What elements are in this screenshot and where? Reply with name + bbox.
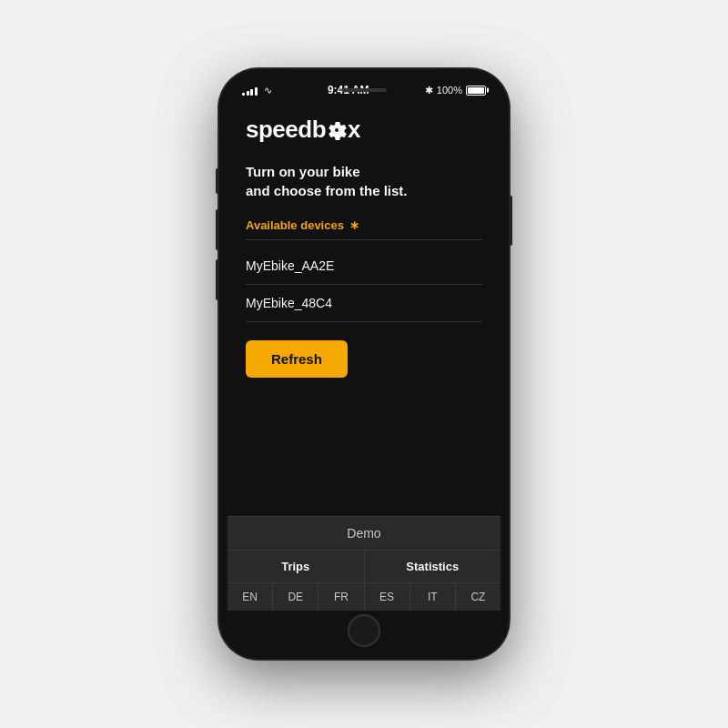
lang-cz[interactable]: CZ	[456, 583, 500, 611]
wifi-icon: ∿	[264, 85, 272, 96]
lang-es[interactable]: ES	[365, 583, 410, 611]
app-logo: speedb x	[246, 116, 482, 144]
speaker	[341, 88, 387, 92]
logo-text-part1: speedb	[246, 116, 326, 144]
device-item-2[interactable]: MyEbike_48C4	[246, 285, 482, 322]
home-button[interactable]	[348, 614, 380, 647]
lang-fr[interactable]: FR	[318, 583, 364, 611]
available-devices-label: Available devices ∗	[246, 218, 482, 240]
status-left: ∿	[242, 85, 272, 96]
status-right: ✱ 100%	[425, 85, 486, 96]
tagline: Turn on your bikeand choose from the lis…	[246, 162, 482, 200]
refresh-button[interactable]: Refresh	[246, 340, 348, 378]
home-button-area	[228, 611, 500, 651]
volume-up-button	[216, 209, 218, 250]
tab-trips[interactable]: Trips	[228, 551, 365, 582]
power-button	[510, 196, 512, 246]
lang-en[interactable]: EN	[228, 583, 273, 611]
app-header: speedb x	[228, 103, 500, 153]
bluetooth-scan-icon: ∗	[349, 218, 359, 232]
app-screen: speedb x Turn on your bikeand choose fro…	[228, 103, 500, 651]
phone-screen: ∿ 9:41 AM ✱ 100% speedb	[228, 77, 500, 651]
device-item-1[interactable]: MyEbike_AA2E	[246, 248, 482, 285]
lang-de[interactable]: DE	[273, 583, 318, 611]
language-bar: EN DE FR ES IT CZ	[228, 582, 500, 611]
signal-icon	[242, 85, 258, 96]
logo-gear-icon	[327, 120, 347, 140]
lang-it[interactable]: IT	[410, 583, 456, 611]
phone-frame: ∿ 9:41 AM ✱ 100% speedb	[218, 68, 510, 660]
bottom-section: Demo Trips Statistics EN DE FR ES IT	[228, 516, 500, 611]
bluetooth-icon: ✱	[425, 85, 433, 96]
tab-statistics[interactable]: Statistics	[365, 551, 501, 582]
battery-icon	[466, 86, 486, 96]
battery-percent: 100%	[437, 85, 462, 96]
nav-tabs: Trips Statistics	[228, 550, 500, 582]
mute-button	[216, 168, 218, 194]
volume-down-button	[216, 259, 218, 300]
demo-bar: Demo	[228, 516, 500, 550]
logo-text-part2: x	[348, 116, 360, 144]
app-content: Turn on your bikeand choose from the lis…	[228, 153, 500, 516]
